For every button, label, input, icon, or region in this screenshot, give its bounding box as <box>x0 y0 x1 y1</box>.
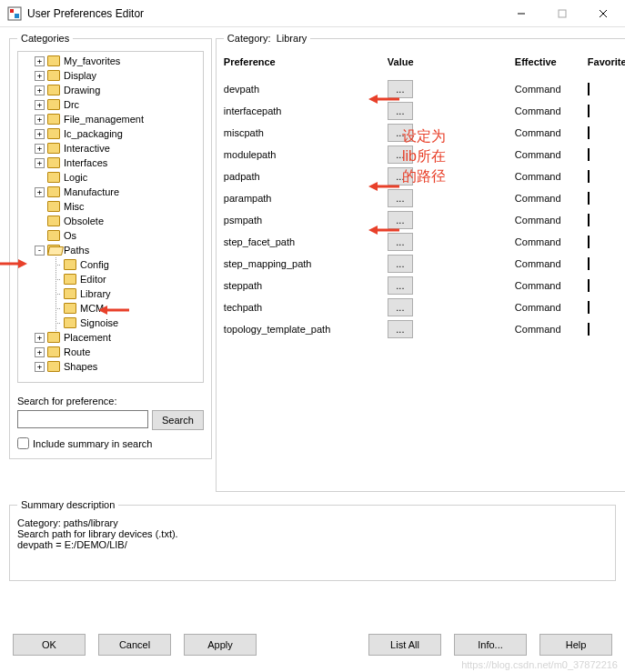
tree-item-placement[interactable]: +Placement <box>18 330 203 345</box>
favorite-checkbox[interactable] <box>588 214 590 226</box>
tree-item-os[interactable]: Os <box>18 228 203 243</box>
summary-line: devpath = E:/DEMO/LIB/ <box>17 539 608 550</box>
include-summary-checkbox[interactable] <box>17 437 29 449</box>
folder-icon <box>47 143 60 154</box>
info-button[interactable]: Info... <box>454 634 527 656</box>
ok-button[interactable]: OK <box>13 634 86 656</box>
value-browse-button[interactable]: ... <box>388 80 413 98</box>
favorite-checkbox[interactable] <box>588 83 590 95</box>
tree-item-label: Logic <box>64 172 87 183</box>
summary-group: Summary description Category: paths/libr… <box>9 499 616 581</box>
tree-item-signoise[interactable]: Signoise <box>18 316 203 330</box>
pref-row: miscpath...Command <box>224 122 625 144</box>
minimize-button[interactable] <box>500 0 541 27</box>
effective-value: Command <box>515 171 588 182</box>
pref-row: modulepath...Command <box>224 144 625 165</box>
help-button[interactable]: Help <box>539 634 612 656</box>
expand-icon[interactable]: + <box>35 347 45 357</box>
close-button[interactable] <box>582 0 623 27</box>
tree-item-obsolete[interactable]: Obsolete <box>18 214 203 228</box>
tree-item-interactive[interactable]: +Interactive <box>18 141 203 155</box>
value-browse-button[interactable]: ... <box>388 167 413 186</box>
folder-icon <box>47 186 60 197</box>
col-favorite: Favorite <box>588 56 625 67</box>
tree-item-file_management[interactable]: +File_management <box>18 112 203 126</box>
effective-value: Command <box>515 215 588 226</box>
list-all-button[interactable]: List All <box>368 634 441 656</box>
tree-item-label: Drc <box>64 99 79 110</box>
expand-icon[interactable]: + <box>35 144 45 154</box>
effective-value: Command <box>515 302 588 313</box>
tree-item-library[interactable]: Library <box>18 286 203 301</box>
value-browse-button[interactable]: ... <box>388 145 413 164</box>
favorite-checkbox[interactable] <box>588 148 590 161</box>
tree-item-interfaces[interactable]: +Interfaces <box>18 155 203 170</box>
favorite-checkbox[interactable] <box>588 279 590 292</box>
apply-button[interactable]: Apply <box>184 634 257 656</box>
pref-name: topology_template_path <box>224 324 388 335</box>
expand-icon[interactable]: + <box>35 115 45 125</box>
pref-name: parampath <box>224 193 388 204</box>
tree-item-my_favorites[interactable]: +My_favorites <box>18 54 203 68</box>
tree-item-manufacture[interactable]: +Manufacture <box>18 185 203 199</box>
expand-icon[interactable]: + <box>35 362 45 372</box>
value-browse-button[interactable]: ... <box>388 124 413 142</box>
folder-icon <box>64 274 76 285</box>
value-browse-button[interactable]: ... <box>388 189 413 207</box>
tree-item-mcm[interactable]: MCM <box>18 301 203 316</box>
expand-icon[interactable]: + <box>35 129 45 139</box>
value-browse-button[interactable]: ... <box>388 102 413 120</box>
tree-connector <box>51 260 61 270</box>
tree-item-display[interactable]: +Display <box>18 68 203 83</box>
collapse-icon[interactable]: - <box>35 246 45 256</box>
tree-item-drawing[interactable]: +Drawing <box>18 83 203 97</box>
expand-icon[interactable]: + <box>35 71 45 81</box>
tree-item-label: Drawing <box>64 85 100 95</box>
search-button[interactable]: Search <box>152 410 204 430</box>
category-header: Category: Library <box>224 33 310 44</box>
tree-item-logic[interactable]: Logic <box>18 170 203 185</box>
pref-row: interfacepath...Command <box>224 100 625 122</box>
search-input[interactable] <box>17 410 148 428</box>
maximize-button[interactable] <box>541 0 582 27</box>
favorite-checkbox[interactable] <box>588 105 590 117</box>
effective-value: Command <box>515 105 588 116</box>
value-browse-button[interactable]: ... <box>388 211 413 229</box>
value-browse-button[interactable]: ... <box>388 255 413 273</box>
value-browse-button[interactable]: ... <box>388 233 413 251</box>
expand-icon[interactable]: + <box>35 56 45 66</box>
favorite-checkbox[interactable] <box>588 192 590 205</box>
tree-item-shapes[interactable]: +Shapes <box>18 359 203 374</box>
folder-icon <box>47 114 60 125</box>
categories-tree[interactable]: +My_favorites+Display+Drawing+Drc+File_m… <box>17 51 204 383</box>
expand-icon[interactable]: + <box>35 187 45 197</box>
folder-icon <box>47 230 60 241</box>
pref-row: steppath...Command <box>224 275 625 296</box>
value-browse-button[interactable]: ... <box>388 298 413 316</box>
expand-icon[interactable]: + <box>35 100 45 110</box>
tree-item-paths[interactable]: -Paths <box>18 243 203 257</box>
favorite-checkbox[interactable] <box>588 170 590 183</box>
tree-item-config[interactable]: Config <box>18 257 203 272</box>
expand-icon[interactable]: + <box>35 85 45 95</box>
cancel-button[interactable]: Cancel <box>98 634 171 656</box>
tree-item-label: Route <box>64 346 90 357</box>
expand-icon[interactable]: + <box>35 158 45 168</box>
favorite-checkbox[interactable] <box>588 323 590 336</box>
favorite-checkbox[interactable] <box>588 236 590 248</box>
tree-item-ic_packaging[interactable]: +Ic_packaging <box>18 126 203 141</box>
tree-item-route[interactable]: +Route <box>18 345 203 359</box>
favorite-checkbox[interactable] <box>588 126 590 139</box>
favorite-checkbox[interactable] <box>588 257 590 270</box>
tree-item-editor[interactable]: Editor <box>18 272 203 286</box>
tree-item-drc[interactable]: +Drc <box>18 97 203 112</box>
pref-name: devpath <box>224 84 388 95</box>
tree-item-label: Ic_packaging <box>64 128 123 139</box>
window-title: User Preferences Editor <box>27 7 144 20</box>
favorite-checkbox[interactable] <box>588 301 590 314</box>
value-browse-button[interactable]: ... <box>388 320 413 338</box>
expand-icon[interactable]: + <box>35 333 45 343</box>
titlebar: User Preferences Editor <box>0 0 625 27</box>
value-browse-button[interactable]: ... <box>388 276 413 295</box>
tree-item-misc[interactable]: Misc <box>18 199 203 214</box>
